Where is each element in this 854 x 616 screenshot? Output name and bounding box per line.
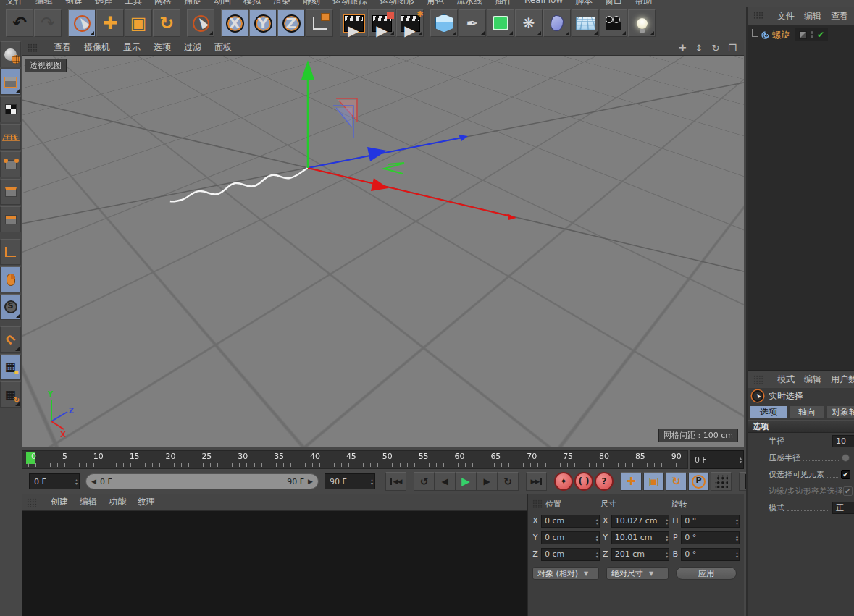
stepper-arrows-icon[interactable]: ▴▾ <box>371 478 373 485</box>
spline-pen-button[interactable]: ✒ <box>459 9 486 37</box>
deformer-button[interactable] <box>543 9 571 37</box>
material-list-area[interactable] <box>22 511 527 615</box>
s-toggle-button[interactable]: S <box>0 294 21 320</box>
size-y-input[interactable]: 10.01 cm▴▾ <box>611 531 670 544</box>
record-keyframe-button[interactable]: ✦ <box>554 472 573 491</box>
rotate-button[interactable]: ↻ <box>153 9 180 37</box>
attribute-manager-menu-item[interactable]: 用户数据 <box>831 374 854 386</box>
redo-button[interactable]: ↷ <box>34 9 62 37</box>
menubar-item[interactable]: 角色 <box>427 0 444 7</box>
prev-key-button[interactable]: ↺ <box>414 472 435 491</box>
goto-start-button[interactable]: ◀◀ <box>385 472 406 491</box>
object-row[interactable]: 螺旋 ✔ <box>750 28 854 41</box>
add-cube-button[interactable] <box>430 9 458 37</box>
edges-mode-button[interactable] <box>0 179 21 205</box>
points-mode-button[interactable] <box>0 151 21 177</box>
visibility-dots-icon[interactable] <box>811 31 813 38</box>
polygons-mode-button[interactable] <box>0 206 21 232</box>
menubar-item[interactable]: 雕刻 <box>303 0 320 7</box>
position-z-input[interactable]: 0 cm▴▾ <box>541 548 600 561</box>
z-axis-line[interactable] <box>308 137 466 168</box>
size-mode-dropdown[interactable]: 绝对尺寸 ▼ <box>606 567 669 580</box>
menubar-item[interactable]: 模拟 <box>243 0 261 7</box>
tab-axis[interactable]: 轴向 <box>789 405 825 418</box>
menubar-item[interactable]: 创建 <box>65 0 83 7</box>
menubar-item[interactable]: RealFlow <box>524 0 563 7</box>
menubar-item[interactable]: 文件 <box>6 0 23 7</box>
menubar-item[interactable]: 选择 <box>95 0 112 7</box>
viewport-solo-button[interactable] <box>0 266 21 292</box>
material-manager-menu-item[interactable]: 功能 <box>109 496 126 508</box>
snap-button[interactable]: ∪ <box>0 326 21 353</box>
size-x-input[interactable]: 10.027 cm▴▾ <box>611 515 670 528</box>
lock-workplane-button[interactable]: ▦ <box>0 354 21 380</box>
key-position-button[interactable]: ✚ <box>621 472 642 491</box>
position-y-input[interactable]: 0 cm▴▾ <box>541 531 600 544</box>
key-rotation-button[interactable]: ↻ <box>666 472 687 491</box>
next-frame-button[interactable]: ▶ <box>477 472 498 491</box>
range-right-arrow-icon[interactable]: ▶ <box>308 478 313 485</box>
menubar-item[interactable]: 运动图形 <box>380 0 414 7</box>
keyframe-selection-button[interactable]: ? <box>595 472 614 491</box>
range-left-arrow-icon[interactable]: ◀ <box>91 478 96 485</box>
pan-view-button[interactable]: ✚ <box>679 41 687 54</box>
key-pla-button[interactable] <box>711 472 732 491</box>
enabled-check-icon[interactable]: ✔ <box>817 30 824 39</box>
viewport-menu-item[interactable]: 面板 <box>214 41 232 54</box>
timeline-range-slider[interactable]: ◀ 0 F 90 F ▶ <box>85 473 319 489</box>
scale-button[interactable]: ▣ <box>125 9 152 37</box>
viewport-panel-handle[interactable] <box>28 43 38 52</box>
transport-current-frame-input[interactable]: 0 F ▴▾ <box>29 473 80 489</box>
lock-y-axis-button[interactable]: Y <box>249 9 277 37</box>
y-axis-arrowhead[interactable] <box>301 60 314 80</box>
current-frame-input[interactable]: 0 F ▴▾ <box>690 450 744 469</box>
lock-x-axis-button[interactable]: X <box>221 9 248 37</box>
key-parameter-button[interactable]: P <box>688 472 709 491</box>
menubar-item[interactable]: 编辑 <box>35 0 53 7</box>
timeline-ruler[interactable]: 051015202530354045505560657075808590 <box>22 450 688 469</box>
rotation-h-input[interactable]: 0 °▴▾ <box>681 515 740 528</box>
rotate-view-button[interactable]: ↻ <box>711 41 719 54</box>
render-picture-viewer-button[interactable]: ▶ <box>368 9 395 37</box>
rotation-flag-blue[interactable] <box>333 106 353 138</box>
menubar-item[interactable]: 插件 <box>495 0 512 7</box>
object-manager-panel-handle[interactable] <box>753 12 763 20</box>
object-manager[interactable]: 螺旋 ✔ <box>748 25 854 371</box>
menubar-item[interactable]: 渲染 <box>273 0 290 7</box>
menubar-item[interactable]: 窗口 <box>605 0 622 7</box>
mode-dropdown[interactable]: 正 <box>832 502 854 514</box>
object-manager-menu-item[interactable]: 编辑 <box>804 10 821 22</box>
rotate-workplane-button[interactable]: ▦ <box>0 381 21 408</box>
maximize-view-button[interactable]: ❐ <box>728 41 737 54</box>
options-section-header[interactable]: 选项 <box>748 420 854 433</box>
material-manager-menu-item[interactable]: 纹理 <box>138 496 155 508</box>
viewport[interactable]: Y Z X 透视视图 网格间距 : 100 cm <box>22 56 744 447</box>
position-x-input[interactable]: 0 cm▴▾ <box>541 515 600 528</box>
plane-handle-green[interactable] <box>384 163 404 174</box>
visible-only-checkbox[interactable]: ✔ <box>841 470 850 479</box>
viewport-menu-item[interactable]: 显示 <box>123 41 141 54</box>
attribute-manager-menu-item[interactable]: 编辑 <box>804 374 821 386</box>
model-mode-button[interactable] <box>0 69 21 95</box>
attribute-manager-panel-handle[interactable] <box>753 375 763 384</box>
apply-button[interactable]: 应用 <box>676 567 737 580</box>
menubar-item[interactable]: 工具 <box>125 0 142 7</box>
position-mode-dropdown[interactable]: 对象 (相对) ▼ <box>532 567 599 580</box>
next-key-button[interactable]: ↻ <box>498 472 519 491</box>
size-z-input[interactable]: 201 cm▴▾ <box>611 548 670 561</box>
tab-options[interactable]: 选项 <box>750 405 787 418</box>
tolerance-checkbox[interactable]: ✔ <box>843 486 853 496</box>
material-manager-menu-item[interactable]: 编辑 <box>80 496 97 508</box>
helix-spline[interactable] <box>170 168 308 201</box>
x-axis-line[interactable] <box>308 168 514 217</box>
layer-color-icon[interactable] <box>799 31 807 39</box>
key-scale-button[interactable]: ▣ <box>643 472 664 491</box>
transport-end-frame-input[interactable]: 90 F ▴▾ <box>325 473 375 489</box>
autokey-button[interactable]: ( ) <box>574 472 593 491</box>
live-selection-button[interactable]: ► <box>68 9 96 37</box>
object-manager-menu-item[interactable]: 文件 <box>777 10 795 22</box>
pressure-radius-toggle[interactable] <box>842 454 850 462</box>
enable-axis-button[interactable] <box>0 239 21 265</box>
mograph-button[interactable]: ❋ <box>515 9 543 37</box>
zoom-view-button[interactable]: ↕ <box>695 41 703 54</box>
